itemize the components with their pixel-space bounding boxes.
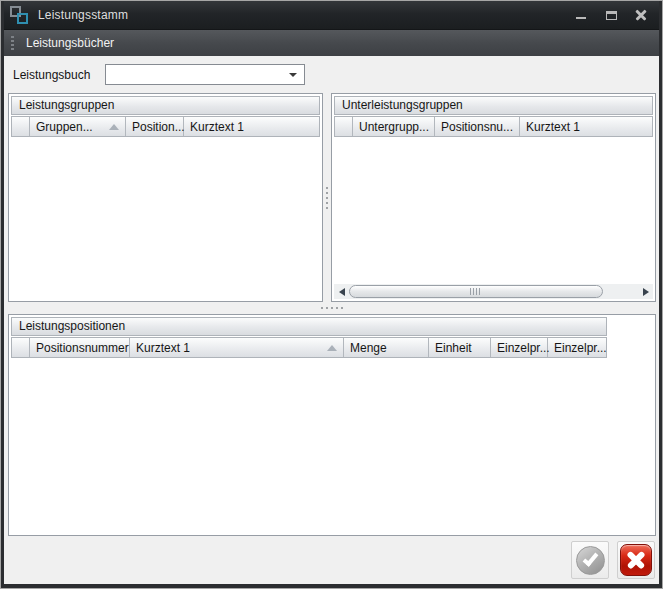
column-label: Untergrupp... bbox=[359, 120, 429, 134]
column-header-kurztext[interactable]: Kurztext 1 bbox=[184, 117, 319, 136]
splitter-dot bbox=[326, 307, 328, 309]
column-label: Menge bbox=[350, 341, 387, 355]
footer-button-bar bbox=[4, 536, 659, 584]
toolbar-title: Leistungsbücher bbox=[26, 36, 114, 50]
column-label: Kurztext 1 bbox=[136, 341, 190, 355]
horizontal-splitter[interactable] bbox=[4, 302, 659, 314]
column-label: Einzelpr... bbox=[554, 341, 607, 355]
column-header-menge[interactable]: Menge bbox=[344, 338, 429, 357]
splitter-dot bbox=[331, 307, 333, 309]
row-indicator-header bbox=[335, 117, 353, 136]
leistungspositionen-column-headers: Positionsnummer Kurztext 1 Menge Einheit… bbox=[11, 337, 607, 358]
column-label: Einzelpr... bbox=[497, 341, 550, 355]
checkmark-circle-icon bbox=[576, 546, 605, 575]
content-area: Leistungsbuch Leistungsgruppen Gruppen..… bbox=[4, 56, 659, 584]
column-header-positionsnummer[interactable]: Positionsnummer bbox=[30, 338, 130, 357]
column-header-einzelpreis-2[interactable]: Einzelpr... bbox=[548, 338, 606, 357]
column-label: Positionsnu... bbox=[441, 120, 513, 134]
window-title: Leistungsstamm bbox=[38, 8, 128, 22]
cancel-button[interactable] bbox=[617, 541, 655, 579]
teal-square-icon bbox=[17, 13, 28, 24]
scrollbar-grip-icon bbox=[470, 288, 482, 295]
splitter-dot bbox=[336, 307, 338, 309]
triangle-left-icon bbox=[339, 288, 345, 296]
column-header-kurztext[interactable]: Kurztext 1 bbox=[520, 117, 652, 136]
row-indicator-header bbox=[12, 117, 30, 136]
column-label: Kurztext 1 bbox=[526, 120, 580, 134]
column-label: Positionsnummer bbox=[36, 341, 129, 355]
horizontal-scrollbar bbox=[334, 284, 653, 299]
leistungsgruppen-header: Leistungsgruppen bbox=[11, 96, 320, 115]
triangle-right-icon bbox=[643, 288, 649, 296]
column-header-positionsnummer[interactable]: Positionsnu... bbox=[435, 117, 520, 136]
scroll-right-button[interactable] bbox=[638, 284, 653, 299]
toolbar-leistungsbuecher: Leistungsbücher bbox=[4, 29, 659, 56]
unterleistungsgruppen-column-headers: Untergrupp... Positionsnu... Kurztext 1 bbox=[334, 116, 653, 137]
app-icon bbox=[10, 6, 28, 24]
column-label: Position... bbox=[132, 120, 185, 134]
ok-button[interactable] bbox=[571, 541, 609, 579]
column-label: Gruppen... bbox=[36, 120, 93, 134]
app-window: Leistungsstamm Leistungsbücher Leistungs… bbox=[0, 0, 663, 589]
minimize-icon bbox=[576, 17, 586, 19]
splitter-dot bbox=[326, 202, 328, 204]
splitter-dot bbox=[321, 307, 323, 309]
close-icon bbox=[635, 9, 647, 21]
leistungspositionen-header: Leistungspositionen bbox=[11, 317, 607, 336]
vertical-splitter[interactable] bbox=[323, 93, 331, 302]
chevron-down-icon bbox=[289, 73, 297, 77]
column-label: Kurztext 1 bbox=[190, 120, 244, 134]
title-bar[interactable]: Leistungsstamm bbox=[4, 1, 659, 29]
scroll-left-button[interactable] bbox=[334, 284, 349, 299]
leistungsbuch-row: Leistungsbuch bbox=[4, 56, 659, 93]
splitter-dot bbox=[326, 187, 328, 189]
panel-leistungspositionen: Leistungspositionen Positionsnummer Kurz… bbox=[8, 314, 656, 536]
column-header-untergruppennummer[interactable]: Untergrupp... bbox=[353, 117, 435, 136]
splitter-dot bbox=[341, 307, 343, 309]
leistungspositionen-header-block: Leistungspositionen Positionsnummer Kurz… bbox=[11, 317, 607, 358]
unterleistungsgruppen-grid-body[interactable] bbox=[334, 137, 653, 284]
red-x-icon bbox=[620, 544, 652, 576]
window-controls bbox=[569, 5, 653, 25]
maximize-button[interactable] bbox=[599, 5, 623, 25]
row-indicator-header bbox=[12, 338, 30, 357]
splitter-dot bbox=[326, 197, 328, 199]
sort-ascending-icon bbox=[327, 345, 337, 351]
column-header-einheit[interactable]: Einheit bbox=[429, 338, 491, 357]
minimize-button[interactable] bbox=[569, 5, 593, 25]
column-label: Einheit bbox=[435, 341, 472, 355]
leistungsbuch-label: Leistungsbuch bbox=[13, 68, 105, 82]
top-panels-row: Leistungsgruppen Gruppen... Position... … bbox=[8, 93, 656, 302]
toolbar-grip-icon[interactable] bbox=[11, 36, 14, 51]
column-header-positionsnummer[interactable]: Position... bbox=[126, 117, 184, 136]
panel-leistungsgruppen: Leistungsgruppen Gruppen... Position... … bbox=[8, 93, 323, 302]
leistungspositionen-grid-body[interactable] bbox=[11, 358, 653, 533]
splitter-dot bbox=[326, 192, 328, 194]
column-header-kurztext[interactable]: Kurztext 1 bbox=[130, 338, 344, 357]
unterleistungsgruppen-header: Unterleistungsgruppen bbox=[334, 96, 653, 115]
scrollbar-thumb[interactable] bbox=[349, 285, 603, 298]
scrollbar-track[interactable] bbox=[349, 284, 638, 299]
panel-unterleistungsgruppen: Unterleistungsgruppen Untergrupp... Posi… bbox=[331, 93, 656, 302]
sort-ascending-icon bbox=[109, 124, 119, 130]
close-button[interactable] bbox=[629, 5, 653, 25]
column-header-einzelpreis-1[interactable]: Einzelpr... bbox=[491, 338, 548, 357]
maximize-icon bbox=[606, 11, 617, 20]
splitter-dot bbox=[326, 207, 328, 209]
column-header-gruppennummer[interactable]: Gruppen... bbox=[30, 117, 126, 136]
leistungsbuch-combobox[interactable] bbox=[105, 64, 305, 85]
leistungsgruppen-grid-body[interactable] bbox=[11, 137, 320, 299]
leistungsgruppen-column-headers: Gruppen... Position... Kurztext 1 bbox=[11, 116, 320, 137]
